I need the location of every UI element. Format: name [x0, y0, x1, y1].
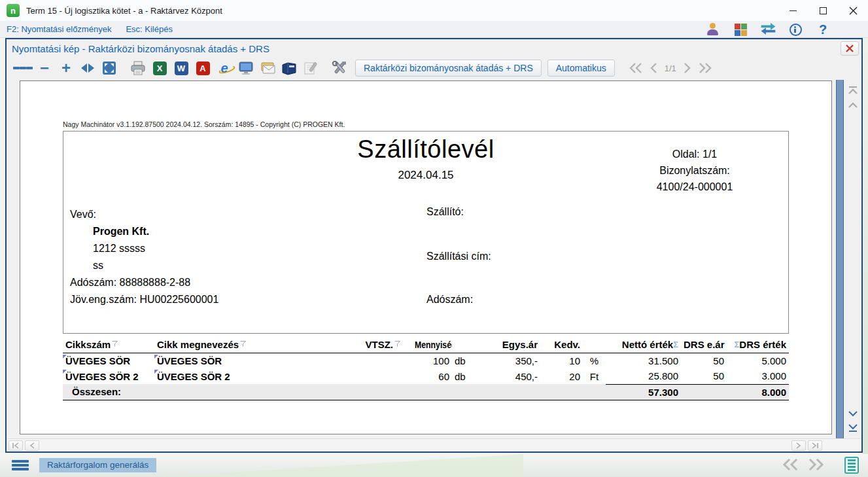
- shipping-address-label: Szállítási cím:: [426, 251, 491, 262]
- total-spacer: [354, 384, 606, 400]
- app-logo-letter: n: [10, 6, 16, 16]
- item-net-value: 31.500: [606, 353, 681, 368]
- supplier-tax-label: Adószám:: [426, 294, 491, 306]
- item-name[interactable]: ÜVEGES SÖR: [154, 353, 354, 368]
- header-mennyiseg[interactable]: Mennyiség: [403, 337, 452, 353]
- header-vtsz[interactable]: VTSZ.: [354, 337, 403, 353]
- header-drs-ear[interactable]: DRS e.ár: [681, 337, 727, 353]
- maximize-button[interactable]: [808, 0, 838, 21]
- last-page-icon[interactable]: [698, 62, 712, 74]
- filter-icon: [240, 341, 246, 347]
- export-word-button[interactable]: W: [171, 59, 191, 77]
- page-indicator: 1/1: [665, 63, 676, 73]
- minimize-icon: [790, 10, 797, 11]
- printer-icon: [130, 61, 146, 75]
- edit-button[interactable]: [301, 59, 321, 77]
- statusbar-prev-icon[interactable]: [782, 458, 799, 471]
- doc-number-label: Bizonylatszám:: [619, 162, 770, 179]
- item-net-value: 25.800: [606, 368, 681, 384]
- item-name[interactable]: ÜVEGES SÖR 2: [154, 368, 354, 384]
- help-icon: ?: [819, 22, 827, 37]
- customer-address1: 1212 sssss: [93, 240, 218, 257]
- app-logo-icon: n: [7, 4, 20, 17]
- chevron-right-icon: [796, 442, 801, 449]
- zoom-in-button[interactable]: +: [56, 59, 76, 77]
- export-pdf-button[interactable]: A: [193, 59, 213, 77]
- window-controls: [778, 0, 868, 21]
- menu-item-print-history[interactable]: F2: Nyomtatási előzmények: [7, 24, 111, 34]
- scroll-up-button[interactable]: [846, 98, 860, 111]
- user-button[interactable]: [704, 22, 721, 37]
- scroll-bottom-icon: [848, 423, 858, 433]
- next-page-icon[interactable]: [683, 62, 691, 74]
- task-list-button[interactable]: [844, 457, 859, 474]
- header-cikkszam[interactable]: Cikkszám: [63, 337, 154, 353]
- statusbar-menu-button[interactable]: [12, 459, 29, 472]
- report-type-button[interactable]: Raktárközi bizományosnak átadás + DRS: [355, 60, 542, 77]
- switch-button[interactable]: [759, 22, 776, 37]
- header-netto-ertek[interactable]: Nettó értékΣ: [606, 337, 681, 353]
- header-unit-spacer: [452, 337, 481, 353]
- scroll-down-button[interactable]: [846, 407, 860, 420]
- print-button[interactable]: [128, 59, 148, 77]
- scroll-right-button[interactable]: [791, 440, 806, 451]
- item-code[interactable]: ÜVEGES SÖR: [63, 353, 154, 368]
- item-drs-price: 50: [681, 368, 727, 384]
- export-html-button[interactable]: e: [215, 59, 234, 77]
- user-icon: [710, 23, 716, 29]
- scroll-to-bottom-button[interactable]: [846, 421, 860, 434]
- scroll-first-button[interactable]: [9, 440, 23, 451]
- document-address-box: Vevő: Progen Kft. 1212 sssss ss Adószám:…: [63, 202, 789, 334]
- menu-item-exit[interactable]: Esc: Kilépés: [126, 24, 173, 34]
- close-button[interactable]: [838, 0, 868, 21]
- info-button[interactable]: [787, 22, 804, 37]
- scroll-left-button[interactable]: [25, 440, 39, 451]
- doc-number: 4100/24-000001: [619, 179, 770, 195]
- scroll-last-button[interactable]: [808, 440, 822, 451]
- header-kedv[interactable]: Kedv.: [540, 337, 583, 353]
- pdf-icon: A: [196, 62, 210, 75]
- task-tab-raktarforgalom[interactable]: Raktárforgalom generálás: [39, 458, 156, 472]
- archive-button[interactable]: [279, 59, 299, 77]
- item-discount: 10: [540, 353, 583, 368]
- screen-view-button[interactable]: [236, 59, 256, 77]
- archive-folder-icon: [281, 61, 297, 75]
- swap-arrows-icon: [759, 23, 776, 36]
- statusbar-next-icon[interactable]: [808, 458, 825, 471]
- email-button[interactable]: [258, 59, 277, 77]
- zoom-out-button[interactable]: −: [35, 59, 54, 77]
- word-icon: W: [175, 62, 188, 75]
- header-cikk-megnevezes[interactable]: Cikk megnevezés: [154, 337, 354, 353]
- horizontal-scrollbar[interactable]: [7, 438, 861, 451]
- export-excel-button[interactable]: X: [150, 59, 169, 77]
- header-egysar[interactable]: Egys.ár: [481, 337, 540, 353]
- previous-page-icon[interactable]: [650, 62, 658, 74]
- item-code[interactable]: ÜVEGES SÖR 2: [63, 368, 154, 384]
- mail-icon: [260, 61, 275, 75]
- header-drs-ertek[interactable]: ΣDRS érték: [727, 337, 789, 353]
- auto-mode-button[interactable]: Automatikus: [547, 60, 615, 77]
- total-net-value: 57.300: [606, 384, 681, 400]
- settings-button[interactable]: [330, 59, 349, 77]
- modules-button[interactable]: [732, 22, 749, 37]
- minimize-button[interactable]: [778, 0, 808, 21]
- first-page-icon[interactable]: [629, 62, 643, 74]
- fit-width-button[interactable]: [78, 59, 97, 77]
- statusbar-decor: [157, 454, 523, 477]
- preview-close-button[interactable]: [841, 41, 859, 56]
- item-discount-unit: Ft: [583, 368, 606, 384]
- item-drs-value: 5.000: [727, 353, 789, 368]
- customer-label: Vevő:: [70, 206, 218, 223]
- scroll-to-top-button[interactable]: [846, 84, 860, 97]
- close-icon: [849, 7, 858, 15]
- vertical-scroll-column: [844, 80, 861, 438]
- title-bar: n Term 15 - Új logisztika kötet - a - Ra…: [0, 0, 868, 21]
- help-button[interactable]: ?: [814, 22, 831, 37]
- fit-page-button[interactable]: [99, 59, 119, 77]
- header-kedv-unit-spacer: [583, 337, 606, 353]
- modules-grid-icon: [735, 24, 747, 36]
- browser-icon: e: [220, 61, 228, 76]
- item-row-1: ÜVEGES SÖR ÜVEGES SÖR 100 db 350,- 10 % …: [63, 353, 789, 368]
- preview-menu-button[interactable]: [13, 59, 33, 77]
- maximize-icon: [820, 7, 827, 14]
